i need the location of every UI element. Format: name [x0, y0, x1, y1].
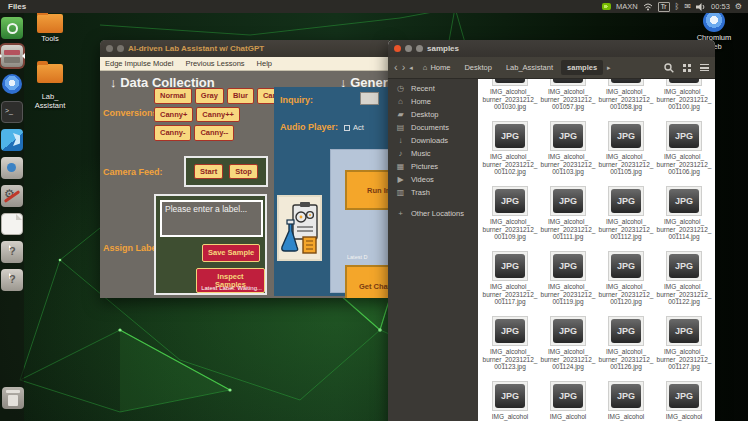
file-name: IMG_alcohol_burner_20231212_001111.jpg — [539, 218, 597, 241]
gpu-icon[interactable] — [602, 3, 611, 10]
file-item[interactable]: JPGIMG_alcohol_burner_20231212_001127.jp… — [655, 315, 713, 380]
file-item[interactable]: JPGIMG_alcohol_burner_20231212_001120.jp… — [597, 250, 655, 315]
file-name: IMG_alcohol_burner_20231212_001105.jpg — [597, 153, 655, 176]
sidebar-item-music[interactable]: ♪Music — [388, 147, 478, 160]
file-item[interactable]: JPGIMG_alcohol_burner_20231212_001030.jp… — [481, 79, 539, 120]
file-item[interactable]: JPGIMG_alcohol_burner_20231212_001102.jp… — [481, 120, 539, 185]
keyboard-layout-indicator[interactable]: Tr — [658, 2, 670, 12]
menu-previous-lessons[interactable]: Previous Lessons — [185, 59, 244, 68]
conversion-button-blur[interactable]: Blur — [227, 88, 254, 104]
document-app-icon[interactable] — [1, 213, 23, 235]
minimize-button[interactable] — [405, 45, 412, 52]
conversion-button-cannyminusminus[interactable]: Canny-- — [194, 125, 234, 141]
conversion-button-cannyminus[interactable]: Canny- — [154, 125, 191, 141]
clipboard-app-icon[interactable] — [1, 157, 23, 179]
path-item-samples[interactable]: samples — [561, 60, 603, 75]
chromium-icon[interactable] — [1, 73, 23, 95]
jpg-thumbnail: JPG — [666, 381, 702, 411]
start-button[interactable]: Start — [194, 164, 223, 180]
file-item[interactable]: JPGIMG_alcohol_burner_20231212_001058.jp… — [597, 79, 655, 120]
document-icon: ▤ — [396, 123, 405, 132]
file-item[interactable]: JPGIMG_alcohol — [539, 380, 597, 421]
conversion-button-cannyplus[interactable]: Canny+ — [154, 107, 193, 123]
code-editor-icon[interactable] — [1, 129, 23, 151]
conversion-button-cannyplusplus[interactable]: Canny++ — [196, 107, 240, 123]
sidebar-item-home[interactable]: ⌂Home — [388, 95, 478, 108]
file-item[interactable]: JPGIMG_alcohol_burner_20231212_001123.jp… — [481, 315, 539, 380]
file-item[interactable]: JPGIMG_alcohol_burner_20231212_001126.jp… — [597, 315, 655, 380]
file-item[interactable]: JPGIMG_alcohol — [655, 380, 713, 421]
path-item-desktop[interactable]: Desktop — [458, 60, 498, 75]
file-item[interactable]: JPGIMG_alcohol_burner_20231212_001057.jp… — [539, 79, 597, 120]
file-item[interactable]: JPGIMG_alcohol_burner_20231212_001117.jp… — [481, 250, 539, 315]
active-app-menu[interactable]: Files — [8, 2, 26, 11]
sidebar-item-videos[interactable]: ▶Videos — [388, 173, 478, 186]
file-item[interactable]: JPGIMG_alcohol — [481, 380, 539, 421]
trash-icon[interactable] — [2, 387, 24, 409]
path-item-home[interactable]: ⌂Home — [417, 60, 457, 75]
file-item[interactable]: JPGIMG_alcohol_burner_20231212_001124.jp… — [539, 315, 597, 380]
window-button[interactable] — [117, 45, 124, 52]
file-item[interactable]: JPGIMG_alcohol — [597, 380, 655, 421]
conversion-button-gray[interactable]: Gray — [195, 88, 224, 104]
wifi-icon[interactable] — [643, 3, 653, 11]
settings-gear-icon[interactable]: ⚙ — [735, 2, 742, 11]
save-sample-button[interactable]: Save Sample — [202, 244, 260, 262]
path-item-lab_assistant[interactable]: Lab_Assistant — [500, 60, 559, 75]
conversion-button-normal[interactable]: Normal — [154, 88, 192, 104]
menu-help[interactable]: Help — [257, 59, 272, 68]
file-item[interactable]: JPGIMG_alcohol_burner_20231212_001105.jp… — [597, 120, 655, 185]
clock[interactable]: 00:53 — [711, 2, 730, 11]
file-item[interactable]: JPGIMG_alcohol_burner_20231212_001114.jp… — [655, 185, 713, 250]
sidebar-item-documents[interactable]: ▤Documents — [388, 121, 478, 134]
file-item[interactable]: JPGIMG_alcohol_burner_20231212_001103.jp… — [539, 120, 597, 185]
bluetooth-icon[interactable]: ᛒ — [675, 2, 680, 11]
close-button[interactable] — [394, 45, 401, 52]
window-button[interactable] — [106, 45, 113, 52]
menu-edge-impulse[interactable]: Edge Impulse Model — [105, 59, 173, 68]
file-item[interactable]: JPGIMG_alcohol_burner_20231212_001100.jp… — [655, 79, 713, 120]
home-icon: ⌂ — [396, 97, 405, 106]
run-inference-button[interactable]: Run Inf — [345, 170, 392, 210]
files-icon[interactable] — [1, 45, 23, 67]
file-item[interactable]: JPGIMG_alcohol_burner_20231212_001109.jp… — [481, 185, 539, 250]
get-chatgpt-button[interactable]: Get ChatGP — [345, 265, 392, 298]
jpg-thumbnail: JPG — [550, 186, 586, 216]
unknown-app-icon[interactable]: ? — [1, 241, 23, 263]
stop-button[interactable]: Stop — [229, 164, 258, 180]
inquiry-dropdown[interactable] — [360, 92, 379, 105]
sidebar-item-recent[interactable]: ◷Recent — [388, 82, 478, 95]
path-scroll-left-icon[interactable]: ◂ — [409, 64, 413, 71]
software-center-icon[interactable] — [1, 17, 23, 39]
sidebar-item-trash[interactable]: ▥Trash — [388, 186, 478, 199]
sidebar-item-label: Videos — [411, 175, 434, 184]
path-scroll-right-icon[interactable]: ▸ — [607, 64, 611, 71]
sidebar-item-desktop[interactable]: ▰Desktop — [388, 108, 478, 121]
volume-icon[interactable] — [696, 3, 706, 11]
audio-activate-checkbox[interactable]: Act — [344, 123, 364, 132]
sidebar-item-pictures[interactable]: ▦Pictures — [388, 160, 478, 173]
mail-icon[interactable]: ✉ — [684, 2, 691, 11]
forward-button[interactable]: › — [402, 62, 406, 73]
files-titlebar[interactable]: samples — [388, 40, 715, 57]
app-titlebar[interactable]: AI-driven Lab Assistant w/ ChatGPT — [100, 40, 392, 57]
menu-icon[interactable] — [700, 64, 709, 71]
back-button[interactable]: ‹ — [394, 62, 398, 73]
file-item[interactable]: JPGIMG_alcohol_burner_20231212_001106.jp… — [655, 120, 713, 185]
search-icon[interactable] — [664, 63, 674, 73]
file-item[interactable]: JPGIMG_alcohol_burner_20231212_001122.jp… — [655, 250, 713, 315]
label-input[interactable] — [160, 200, 263, 237]
sidebar-item-other-locations[interactable]: +Other Locations — [388, 207, 478, 220]
maximize-button[interactable] — [416, 45, 423, 52]
file-item[interactable]: JPGIMG_alcohol_burner_20231212_001111.jp… — [539, 185, 597, 250]
file-item[interactable]: JPGIMG_alcohol_burner_20231212_001119.jp… — [539, 250, 597, 315]
file-item[interactable]: JPGIMG_alcohol_burner_20231212_001112.jp… — [597, 185, 655, 250]
tweaks-icon[interactable]: ⚙ — [1, 185, 23, 207]
view-grid-icon[interactable] — [683, 64, 691, 72]
desktop-icon-tools[interactable]: Tools — [23, 14, 77, 44]
sidebar-item-downloads[interactable]: ↓Downloads — [388, 134, 478, 147]
terminal-icon[interactable]: >_ — [1, 101, 23, 123]
desktop-icon-lab-assistant[interactable]: Lab_ Assistant — [23, 55, 77, 119]
unknown-app-icon-2[interactable]: ? — [1, 269, 23, 291]
files-window-title: samples — [427, 44, 459, 53]
